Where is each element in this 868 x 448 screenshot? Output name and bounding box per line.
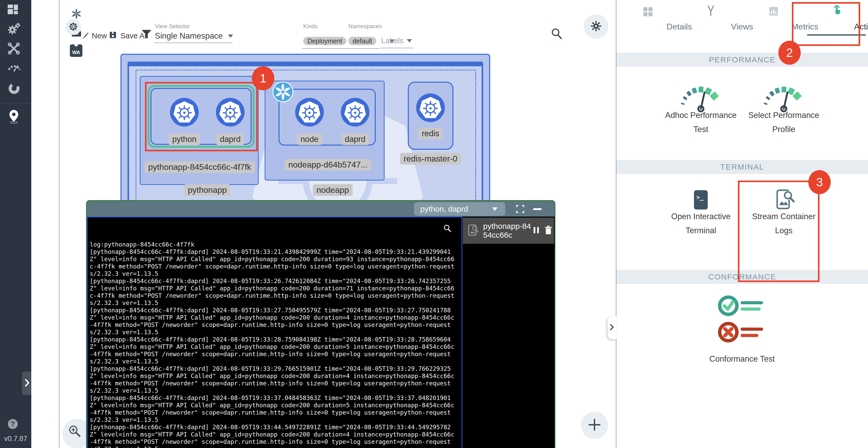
svg-text:>_: >_ — [696, 194, 704, 201]
view-selector-label: View Selector — [155, 23, 190, 30]
save-icon[interactable] — [109, 31, 117, 40]
view-selector-value: Single Namespace — [155, 31, 223, 40]
gauge-icon[interactable] — [6, 59, 21, 74]
log-stream-item[interactable]: pythonapp-8454cc66c — [463, 218, 554, 244]
log-line: [pythonapp-8454cc66c-4f7fk:daprd] 2024-0… — [90, 423, 455, 448]
log-line: [pythonapp-8454cc66c-4f7fk:daprd] 2024-0… — [90, 336, 455, 365]
deployment-name-label: pythonapp — [184, 184, 230, 196]
layout-button[interactable] — [65, 19, 81, 35]
action-conformance-test[interactable]: Conformance Test — [703, 354, 781, 364]
chevron-right-icon — [24, 378, 30, 388]
chevron-down-icon — [492, 207, 497, 211]
filter-funnel-icon[interactable] — [141, 29, 152, 41]
question-mark-icon: ? — [11, 420, 15, 428]
location-pin-icon[interactable] — [6, 109, 21, 124]
log-terminal-window: python, daprd log:pythonapp-8454cc66c-4f… — [86, 200, 555, 448]
donut-chart-icon[interactable] — [6, 81, 21, 95]
webassembly-icon[interactable]: WA — [70, 44, 83, 57]
log-line: [pythonapp-8454cc66c-4f7fk:daprd] 2024-0… — [90, 306, 455, 336]
pause-icon[interactable] — [531, 225, 541, 236]
labels-underline — [380, 48, 413, 48]
gear-icon — [590, 20, 602, 33]
gears-icon[interactable] — [6, 21, 21, 36]
sidebar-expand-tab[interactable] — [22, 371, 32, 395]
section-header-performance: PERFORMANCE — [616, 53, 868, 67]
view-selector-underline — [154, 42, 232, 43]
plus-icon — [587, 418, 601, 433]
image-search-icon — [466, 223, 480, 238]
labels-dropdown[interactable]: Labels — [381, 36, 403, 45]
flower-icon — [68, 22, 78, 33]
namespaces-label: Namespaces — [348, 23, 382, 30]
left-nav-rail: ? v0.7.87 — [0, 0, 31, 448]
pod-name-label: pythonapp-8454cc66c-4f7fk — [145, 161, 255, 173]
annotation-box-1 — [145, 82, 258, 151]
panel-collapse-tab[interactable] — [608, 316, 616, 339]
zoom-in-magnifier-icon — [67, 424, 83, 440]
log-line: [pythonapp-8454cc66c-4f7fk:daprd] 2024-0… — [90, 365, 455, 394]
right-panel-divider — [616, 0, 616, 448]
container-icon-redis[interactable] — [416, 93, 445, 123]
log-line: log:pythonapp-8454cc66c-4f7fk — [90, 241, 455, 248]
deployment-name-label: nodeapp — [313, 184, 353, 196]
pod-name-label: redis-master-0 — [400, 153, 461, 165]
log-line: [pythonapp-8454cc66c-4f7fk:daprd] 2024-0… — [90, 394, 455, 423]
annotation-box-3 — [738, 181, 819, 282]
log-streams-sidebar: pythonapp-8454cc66c — [462, 216, 555, 448]
pencil-icon[interactable] — [81, 31, 90, 40]
left-panel-divider — [59, 0, 59, 448]
minimize-icon[interactable] — [533, 208, 541, 210]
log-line: [pythonapp-8454cc66c-4f7fk:daprd] 2024-0… — [90, 248, 455, 277]
container-label: daprd — [341, 133, 369, 145]
rail-divider — [0, 103, 31, 103]
chevron-down-icon — [407, 39, 412, 42]
add-button[interactable] — [581, 412, 608, 439]
trash-icon[interactable] — [542, 225, 554, 237]
annotation-badge-2: 2 — [778, 41, 801, 65]
log-line: [pythonapp-8454cc66c-4f7fk:daprd] 2024-0… — [90, 277, 455, 306]
tab-views[interactable]: Views — [679, 0, 742, 36]
bar-chart-icon — [768, 5, 780, 18]
fullscreen-icon[interactable] — [516, 205, 525, 214]
pod-name-label: nodeapp-d64b5747... — [285, 159, 371, 171]
container-selector-value: python, daprd — [420, 205, 468, 213]
settings-button[interactable] — [584, 14, 608, 39]
chevron-down-icon — [228, 34, 233, 38]
log-search-cursor-icon — [442, 223, 453, 235]
annotation-badge-3: 3 — [808, 170, 831, 194]
action-open-interactive-terminal[interactable]: Open Interactive Terminal — [662, 212, 740, 235]
kinds-underline — [303, 48, 347, 49]
action-select-performance-profile[interactable]: Select Performance Profile — [745, 111, 823, 134]
dashboard-icon[interactable] — [6, 3, 21, 18]
help-button[interactable]: ? — [8, 419, 18, 429]
version-label: v0.7.87 — [4, 435, 27, 443]
search-icon[interactable] — [550, 27, 564, 42]
dapr-badge-icon — [273, 81, 293, 103]
kind-chip-deployment[interactable]: Deployment — [303, 37, 346, 45]
app-rail: WA — [31, 0, 59, 448]
section-header-terminal: TERMINAL — [616, 160, 868, 174]
log-text: log:pythonapp-8454cc66c-4f7fk[pythonapp-… — [88, 217, 462, 448]
tools-icon[interactable] — [6, 41, 21, 56]
namespace-chip-default[interactable]: default — [348, 37, 376, 45]
annotation-badge-1: 1 — [252, 66, 274, 90]
log-output-area[interactable]: log:pythonapp-8454cc66c-4f7fk[pythonapp-… — [87, 216, 462, 448]
new-button[interactable]: New — [92, 32, 107, 40]
annotation-box-2 — [792, 2, 860, 46]
terminal-header[interactable]: python, daprd — [87, 201, 555, 216]
chevron-right-icon — [610, 324, 614, 332]
labels-placeholder: Labels — [381, 36, 403, 45]
container-label: node — [297, 133, 322, 145]
grid-icon — [642, 6, 654, 19]
container-icon-node[interactable] — [295, 98, 324, 127]
container-icon-daprd[interactable] — [341, 98, 369, 127]
checklist-icon — [713, 289, 771, 348]
action-adhoc-performance-test[interactable]: Adhoc Performance Test — [662, 111, 740, 134]
kinds-label: Kinds — [303, 23, 317, 30]
container-label: redis — [418, 128, 443, 139]
branch-icon — [705, 5, 717, 18]
view-selector-dropdown[interactable]: Single Namespace — [155, 31, 233, 41]
stream-title: pythonapp-8454cc66c — [483, 222, 531, 240]
tab-details[interactable]: Details — [616, 0, 679, 36]
container-selector-dropdown[interactable]: python, daprd — [414, 202, 505, 216]
